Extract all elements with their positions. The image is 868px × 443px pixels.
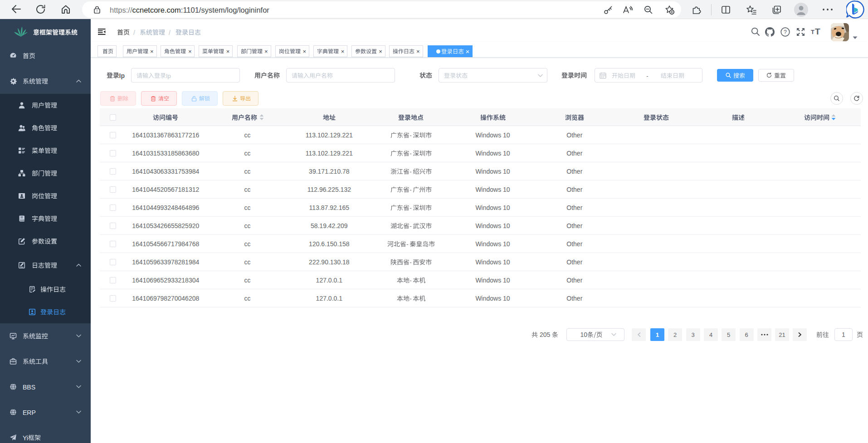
- svg-text:?: ?: [784, 29, 787, 35]
